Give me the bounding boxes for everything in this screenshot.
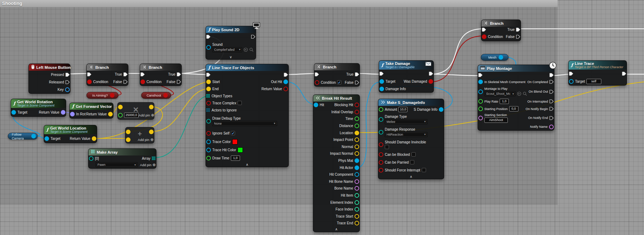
damage-type-pin[interactable] [379, 117, 383, 122]
hit-pin[interactable] [314, 103, 318, 107]
on-blend-out-pin-group[interactable]: On Blend Out [528, 90, 554, 94]
return-value-pin[interactable] [92, 136, 96, 141]
checkbox[interactable] [411, 152, 416, 157]
starting-position-pin[interactable] [478, 106, 483, 111]
trace-complex-pin[interactable] [206, 101, 211, 105]
value-field[interactable]: 10,0 [398, 107, 408, 112]
false-pin-group[interactable]: False [506, 35, 520, 39]
notify-name-pin-group[interactable]: Notify Name [530, 125, 554, 129]
should-damage-invincible-pin[interactable] [379, 142, 383, 147]
array-pin-group[interactable]: Array [142, 157, 156, 160]
play-montage[interactable]: Play MontageIn Skeletal Mesh ComponentOn… [478, 65, 554, 131]
exec-pin-group[interactable] [149, 105, 154, 109]
end-pin[interactable] [206, 87, 211, 91]
exec-pin-group[interactable]: 25000,0 [118, 113, 139, 118]
exec-pin[interactable] [251, 35, 255, 39]
value-field[interactable]: 1,0 [231, 155, 240, 161]
pill-follow-camera[interactable]: Follow Camera [8, 133, 38, 140]
phys-mat-pin-group[interactable]: Phys Mat [338, 158, 359, 163]
ignore-self-pin[interactable] [206, 131, 211, 136]
phys-mat-pin[interactable] [355, 158, 359, 163]
output-pin[interactable] [499, 55, 503, 60]
return-value-pin-group[interactable]: Return Value [86, 112, 113, 116]
exec-pin-group[interactable] [569, 72, 573, 76]
face-index-pin[interactable] [355, 207, 359, 212]
amount-pin[interactable] [379, 107, 383, 112]
get-world-location[interactable]: ƒGet World LocationTarget is Scene Compo… [44, 125, 97, 143]
on-completed-pin[interactable] [549, 80, 554, 84]
blueprint-canvas[interactable]: Shooting Left Mouse ButtonPressedRelease… [0, 0, 644, 235]
damage-info-pin[interactable] [379, 87, 384, 91]
condition-pin[interactable] [87, 80, 92, 84]
make-array[interactable]: Make Array[0]ArrayPawn▾Add pin⊕ [88, 148, 156, 169]
exec-pin-group[interactable] [206, 35, 211, 39]
add[interactable]: +Add pin⊕ [125, 127, 154, 143]
hit-actor-pin[interactable] [355, 165, 359, 170]
return-value-pin[interactable] [283, 87, 288, 91]
pressed-pin[interactable] [65, 73, 70, 77]
break-hit-result[interactable]: Break Hit ResultHitBlocking HitInitial O… [313, 94, 360, 232]
collapse-up-icon[interactable]: ∧ [378, 174, 444, 179]
false-pin-group[interactable]: False [345, 81, 359, 84]
on-notify-end-pin-group[interactable]: On Notify End [528, 116, 554, 120]
trace-color-pin-group[interactable]: Trace Color [206, 139, 238, 144]
collapse-up-icon[interactable]: ∧ [206, 162, 288, 167]
normal-pin-group[interactable]: Normal [342, 144, 359, 149]
checkbox[interactable] [410, 160, 414, 164]
distance-pin-group[interactable]: Distance [339, 124, 359, 128]
pressed-pin-group[interactable]: Pressed [51, 73, 70, 77]
draw-time-pin-group[interactable]: Draw Time1,0 [206, 155, 240, 161]
false-pin[interactable] [123, 80, 128, 84]
sound-pin[interactable] [206, 45, 211, 50]
data-pin[interactable] [118, 105, 123, 109]
exec-pin[interactable] [140, 72, 145, 76]
get-forward-vector[interactable]: ƒGet Forward VectorIn RotReturn Value [69, 103, 113, 119]
damage-type-pin-group[interactable]: Damage TypeMelee▾ [379, 115, 427, 124]
condition-pin-group[interactable]: Condition [140, 80, 161, 84]
was-damaged-pin[interactable] [429, 79, 433, 84]
pill-canshoot[interactable]: Canshoot [141, 92, 171, 99]
true-pin-group[interactable]: True [168, 72, 181, 76]
trace-color-pin[interactable] [206, 140, 211, 144]
time-pin-group[interactable]: Time [345, 116, 359, 121]
released-pin[interactable] [65, 80, 70, 84]
exec-pin-group[interactable] [315, 72, 319, 76]
location-pin-group[interactable]: Location [340, 131, 359, 135]
0-pin[interactable] [89, 156, 94, 161]
target-pin-group[interactable]: Target [44, 136, 60, 141]
false-pin-group[interactable]: False [113, 80, 128, 84]
in-skeletal-mesh-component-pin-group[interactable]: In Skeletal Mesh Component [478, 80, 526, 84]
branch-1[interactable]: BranchTrueConditionFalse [86, 64, 128, 86]
exec-pin[interactable] [622, 72, 626, 76]
bone-name-pin-group[interactable]: Bone Name [334, 186, 359, 191]
exec-pin[interactable] [379, 72, 384, 76]
return-value-pin-group[interactable]: Return Value [39, 110, 65, 115]
false-pin[interactable] [177, 80, 181, 84]
checkbox[interactable]: ✓ [231, 131, 235, 135]
key-pin[interactable] [65, 87, 70, 92]
on-notify-begin-pin[interactable] [549, 107, 554, 111]
target-pin-group[interactable]: Target [11, 110, 27, 115]
can-be-parried-pin-group[interactable]: Can be Parried [379, 160, 414, 165]
impact-point-pin[interactable] [355, 137, 359, 142]
collapse-down-icon[interactable]: ∨ [206, 54, 256, 59]
exec-pin-group[interactable] [478, 73, 483, 77]
get-world-rotation[interactable]: ƒGet World RotationTarget is Scene Compo… [11, 99, 66, 117]
hit-bone-name-pin[interactable] [355, 179, 359, 184]
exec-pin[interactable] [549, 73, 554, 77]
exec-pin-group[interactable]: Add pin⊕ [138, 137, 154, 142]
output-pin[interactable] [163, 93, 168, 98]
ignore-self-pin-group[interactable]: Ignore Self✓ [206, 131, 235, 136]
output-pin[interactable] [110, 93, 115, 98]
should-force-interrupt-pin[interactable] [379, 168, 383, 173]
return-value-pin[interactable] [61, 110, 65, 115]
checkbox[interactable]: ✓ [337, 80, 341, 84]
can-be-parried-pin[interactable] [379, 160, 383, 165]
hit-component-pin-group[interactable]: Hit Component [329, 172, 359, 177]
condition-pin-group[interactable]: Condition✓ [315, 80, 341, 85]
normal-pin[interactable] [355, 144, 359, 149]
out-hit-pin-group[interactable]: Out Hit [271, 80, 288, 84]
in-skeletal-mesh-component-pin[interactable] [478, 80, 483, 84]
target-pin[interactable] [11, 110, 16, 115]
released-pin-group[interactable]: Released [49, 80, 70, 84]
